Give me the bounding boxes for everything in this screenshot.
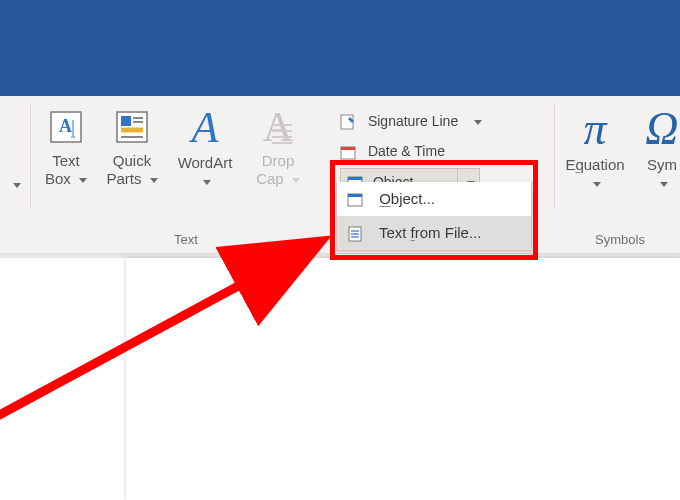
ribbon-prev-dropdown[interactable] [0,176,30,192]
text-box-button[interactable]: A Text Box [36,96,96,188]
menu-item-object-label: Object... [379,190,435,207]
signature-line-label: Signature Line [368,113,458,129]
equation-label: Equation [560,156,630,174]
quick-parts-label: Quick [100,152,164,170]
object-dropdown-menu: Object... Text from File... [336,182,532,251]
object-icon [347,192,363,208]
omega-icon: Ω [632,106,680,152]
svg-rect-5 [121,116,131,126]
chevron-down-icon [203,180,211,185]
wordart-icon: A [168,106,242,150]
signature-line-button[interactable]: Signature Line [340,106,540,136]
ribbon-text-small-commands: Signature Line Date & Time [340,106,540,166]
drop-cap-label2: Cap [256,170,284,187]
chevron-down-icon [474,120,482,125]
menu-item-text-from-file-label: Text from File... [379,224,482,241]
wordart-label: WordArt [168,154,242,172]
quick-parts-button[interactable]: Quick Parts [100,96,164,188]
text-file-icon [347,226,363,242]
ribbon-group-symbols: Symbols [560,232,680,247]
chevron-down-icon [150,178,158,183]
equation-button[interactable]: π Equation [560,96,630,192]
ribbon-separator [30,104,31,208]
window-titlebar [0,0,680,96]
menu-item-text-from-file[interactable]: Text from File... [337,216,531,250]
date-time-label: Date & Time [368,143,445,159]
chevron-down-icon [13,183,21,188]
svg-rect-21 [348,177,362,180]
svg-text:A: A [59,116,72,136]
svg-rect-16 [341,147,355,150]
chevron-down-icon [593,182,601,187]
ribbon-separator [554,104,555,208]
drop-cap-label: Drop [248,152,308,170]
svg-rect-23 [348,194,362,197]
quick-parts-label2: Parts [106,170,141,187]
date-time-button[interactable]: Date & Time [340,136,540,166]
pi-icon: π [560,106,630,152]
calendar-icon [340,144,356,160]
drop-cap-icon: A [248,106,308,148]
chevron-down-icon [660,182,668,187]
symbol-label: Sym [632,156,680,174]
text-box-icon: A [45,106,87,148]
quick-parts-icon [111,106,153,148]
chevron-down-icon [292,178,300,183]
wordart-button[interactable]: A WordArt [168,96,242,190]
document-page[interactable] [126,258,680,500]
drop-cap-button: A Drop Cap [248,96,308,188]
ribbon-group-text: Text [36,232,336,247]
text-box-label: Text [36,152,96,170]
chevron-down-icon [79,178,87,183]
text-box-label2: Box [45,170,71,187]
menu-item-object[interactable]: Object... [337,182,531,216]
signature-line-icon [340,114,356,130]
symbol-button[interactable]: Ω Sym [632,96,680,192]
